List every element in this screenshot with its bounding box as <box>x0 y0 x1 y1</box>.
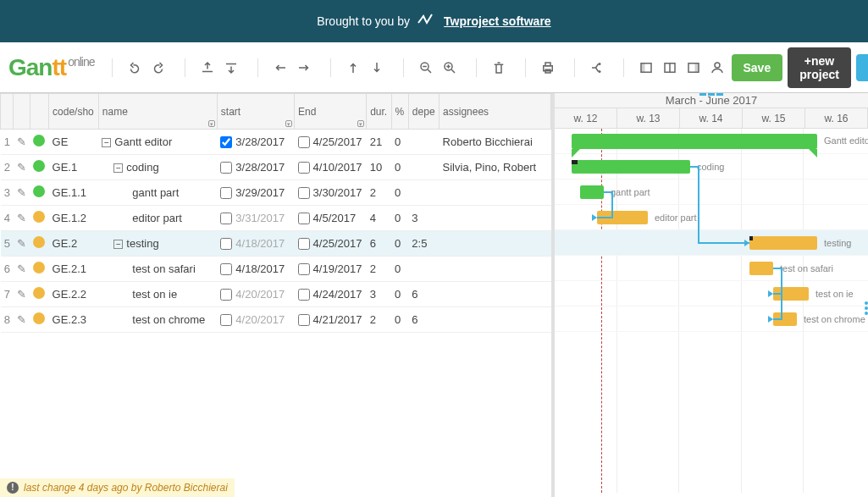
edit-icon[interactable]: ✎ <box>14 180 30 206</box>
start-milestone-checkbox[interactable] <box>220 187 232 199</box>
edit-icon[interactable]: ✎ <box>14 155 30 180</box>
task-name[interactable]: test on ie <box>98 282 217 307</box>
task-row[interactable]: 4 ✎ GE.1.2 editor part 3/31/2017 4/5/201… <box>1 206 551 231</box>
task-row[interactable]: 7 ✎ GE.2.2 test on ie 4/20/2017 4/24/201… <box>1 282 551 307</box>
col-dep[interactable]: depe <box>408 94 439 130</box>
edit-icon[interactable]: ✎ <box>14 282 30 307</box>
collapse-icon[interactable]: − <box>113 240 123 249</box>
task-name[interactable]: test on chrome <box>98 307 217 333</box>
gantt-row[interactable]: coding <box>555 154 868 179</box>
gantt-row[interactable]: Gantt editor <box>555 129 868 154</box>
task-code[interactable]: GE.2 <box>49 231 99 257</box>
split-left-icon[interactable] <box>637 58 655 77</box>
critical-path-icon[interactable] <box>588 58 606 77</box>
col-end[interactable]: End▾ <box>295 94 367 130</box>
task-duration[interactable]: 2 <box>367 307 391 333</box>
task-code[interactable]: GE.2.1 <box>49 257 99 282</box>
task-duration[interactable]: 2 <box>367 180 391 206</box>
collapse-icon[interactable]: − <box>113 163 123 173</box>
undo-icon[interactable] <box>125 58 144 77</box>
new-project-button[interactable]: +new project <box>788 47 851 88</box>
end-milestone-checkbox[interactable] <box>298 289 310 301</box>
start-milestone-checkbox[interactable] <box>220 162 232 174</box>
edit-icon[interactable]: ✎ <box>14 307 30 333</box>
task-end[interactable]: 4/19/2017 <box>295 257 367 282</box>
task-assignees[interactable] <box>440 307 551 333</box>
task-duration[interactable]: 2 <box>367 257 391 282</box>
indent-icon[interactable] <box>295 58 313 77</box>
task-end[interactable]: 4/24/2017 <box>295 282 367 307</box>
end-milestone-checkbox[interactable] <box>298 238 310 250</box>
task-row[interactable]: 5 ✎ GE.2 −testing 4/18/2017 4/25/2017 6 … <box>1 231 551 257</box>
end-milestone-checkbox[interactable] <box>298 263 310 275</box>
col-name[interactable]: name▾ <box>98 94 217 130</box>
task-duration[interactable]: 21 <box>367 130 391 155</box>
edit-icon[interactable]: ✎ <box>14 257 30 282</box>
redo-icon[interactable] <box>149 58 168 77</box>
task-progress[interactable]: 0 <box>391 307 408 333</box>
task-assignees[interactable] <box>440 231 551 257</box>
collaborate-button[interactable]: collaborate <box>856 54 868 81</box>
task-name[interactable]: editor part <box>98 206 217 231</box>
gantt-bar[interactable]: test on ie <box>773 287 809 301</box>
task-progress[interactable]: 0 <box>391 282 408 307</box>
twproject-link[interactable]: Twproject software <box>444 14 551 28</box>
end-milestone-checkbox[interactable] <box>298 136 310 148</box>
task-code[interactable]: GE.2.3 <box>49 307 99 333</box>
task-progress[interactable]: 0 <box>391 180 408 206</box>
task-duration[interactable]: 10 <box>367 155 391 180</box>
delete-icon[interactable] <box>489 58 508 77</box>
task-progress[interactable]: 0 <box>391 130 408 155</box>
gantt-bar[interactable]: gantt part <box>580 185 604 199</box>
task-row[interactable]: 1 ✎ GE −Gantt editor 3/28/2017 4/25/2017… <box>1 130 551 155</box>
gantt-bar[interactable]: testing <box>749 236 817 250</box>
task-assignees[interactable]: Roberto Bicchierai <box>440 130 551 155</box>
task-start[interactable]: 3/28/2017 <box>217 155 294 180</box>
task-name[interactable]: gantt part <box>98 180 217 206</box>
task-end[interactable]: 4/25/2017 <box>295 231 367 257</box>
status-dot[interactable] <box>30 307 48 333</box>
col-start[interactable]: start▾ <box>217 94 294 130</box>
task-code[interactable]: GE.1.1 <box>49 180 99 206</box>
task-start[interactable]: 4/18/2017 <box>217 231 294 257</box>
task-depends[interactable]: 6 <box>408 282 439 307</box>
task-depends[interactable] <box>408 180 439 206</box>
task-duration[interactable]: 4 <box>367 206 391 231</box>
task-end[interactable]: 4/5/2017 <box>295 206 367 231</box>
col-code[interactable]: code/sho <box>49 94 99 130</box>
task-row[interactable]: 8 ✎ GE.2.3 test on chrome 4/20/2017 4/21… <box>1 307 551 333</box>
task-name[interactable]: −coding <box>98 155 217 180</box>
insert-above-icon[interactable] <box>198 58 217 77</box>
end-milestone-checkbox[interactable] <box>298 213 310 224</box>
gantt-body[interactable]: Gantt editorcodinggantt parteditor partt… <box>555 129 868 493</box>
task-end[interactable]: 4/25/2017 <box>295 130 367 155</box>
gantt-row[interactable]: editor part <box>555 205 868 230</box>
gantt-row[interactable]: testing <box>555 230 868 256</box>
gantt-row[interactable]: gantt part <box>555 179 868 205</box>
task-end[interactable]: 4/10/2017 <box>295 155 367 180</box>
task-start[interactable]: 4/20/2017 <box>217 282 294 307</box>
save-button[interactable]: Save <box>732 54 783 81</box>
task-end[interactable]: 3/30/2017 <box>295 180 367 206</box>
insert-below-icon[interactable] <box>222 58 240 77</box>
split-right-icon[interactable] <box>684 58 703 77</box>
task-name[interactable]: −testing <box>98 231 217 257</box>
task-name[interactable]: −Gantt editor <box>98 130 217 155</box>
task-assignees[interactable] <box>440 257 551 282</box>
task-depends[interactable] <box>408 130 439 155</box>
outdent-icon[interactable] <box>271 58 290 77</box>
task-depends[interactable]: 6 <box>408 307 439 333</box>
move-down-icon[interactable] <box>368 58 386 77</box>
start-milestone-checkbox[interactable] <box>220 238 232 250</box>
task-code[interactable]: GE.1.2 <box>49 206 99 231</box>
gantt-row[interactable]: test on chrome <box>555 306 868 332</box>
task-depends[interactable]: 2:5 <box>408 231 439 257</box>
timeline-slider-icon[interactable] <box>698 93 725 97</box>
status-dot[interactable] <box>30 257 48 282</box>
col-assign[interactable]: assignees <box>440 94 551 130</box>
status-dot[interactable] <box>30 130 48 155</box>
task-duration[interactable]: 3 <box>367 282 391 307</box>
task-start[interactable]: 3/31/2017 <box>217 206 294 231</box>
status-dot[interactable] <box>30 231 48 257</box>
task-progress[interactable]: 0 <box>391 257 408 282</box>
